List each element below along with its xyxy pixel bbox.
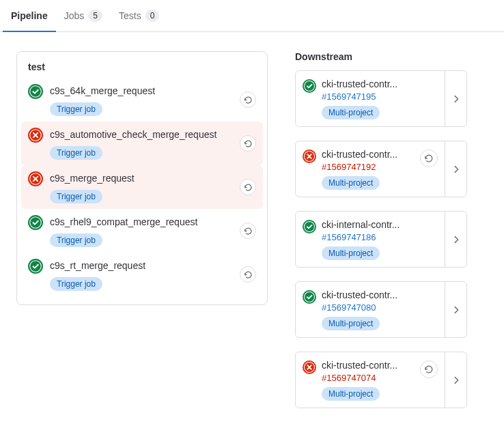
status-passed-icon bbox=[28, 215, 43, 230]
trigger-job-badge: Trigger job bbox=[50, 146, 102, 160]
job-body: c9s_rt_merge_requestTrigger job bbox=[50, 258, 233, 291]
downstream-card: cki-trusted-contr...#1569747192Multi-pro… bbox=[295, 141, 467, 197]
status-failed-icon bbox=[28, 171, 43, 186]
downstream-pipeline-id[interactable]: #1569747192 bbox=[322, 162, 415, 172]
trigger-job-badge: Trigger job bbox=[50, 102, 102, 116]
downstream-card: cki-trusted-contr...#1569747195Multi-pro… bbox=[295, 70, 467, 127]
downstream-name: cki-internal-contr... bbox=[322, 218, 438, 231]
pipeline-content: test c9s_64k_merge_requestTrigger jobc9s… bbox=[0, 32, 504, 441]
job-name: c9s_merge_request bbox=[50, 171, 233, 185]
job-name: c9s_automotive_check_merge_request bbox=[50, 127, 233, 141]
downstream-card: cki-trusted-contr...#1569747080Multi-pro… bbox=[295, 281, 467, 338]
downstream-main[interactable]: cki-trusted-contr...#1569747195Multi-pro… bbox=[296, 71, 445, 126]
retry-button[interactable] bbox=[240, 266, 256, 283]
downstream-main[interactable]: cki-internal-contr...#1569747186Multi-pr… bbox=[296, 212, 445, 267]
expand-button[interactable] bbox=[445, 71, 466, 126]
status-passed-icon bbox=[303, 220, 316, 233]
tab-jobs[interactable]: Jobs5 bbox=[56, 0, 111, 31]
multi-project-badge: Multi-project bbox=[322, 387, 380, 401]
downstream-main[interactable]: cki-trusted-contr...#1569747192Multi-pro… bbox=[296, 141, 445, 197]
trigger-job-badge: Trigger job bbox=[50, 190, 102, 203]
stage-title: test bbox=[17, 52, 267, 75]
downstream-body: cki-trusted-contr...#1569747074Multi-pro… bbox=[322, 359, 415, 401]
status-passed-icon bbox=[28, 84, 43, 99]
job-item[interactable]: c9s_merge_requestTrigger job bbox=[21, 165, 263, 209]
status-failed-icon bbox=[303, 360, 316, 374]
tab-pipeline[interactable]: Pipeline bbox=[3, 0, 56, 31]
expand-button[interactable] bbox=[445, 352, 466, 408]
downstream-pipeline-id[interactable]: #1569747195 bbox=[322, 91, 438, 102]
downstream-body: cki-internal-contr...#1569747186Multi-pr… bbox=[322, 218, 438, 260]
retry-button[interactable] bbox=[240, 179, 256, 195]
downstream-pipeline-id[interactable]: #1569747186 bbox=[322, 232, 438, 242]
retry-button[interactable] bbox=[240, 91, 256, 108]
job-item[interactable]: c9s_rhel9_compat_merge_requestTrigger jo… bbox=[21, 209, 263, 253]
status-passed-icon bbox=[303, 79, 316, 93]
chevron-right-icon bbox=[451, 165, 461, 174]
downstream-card: cki-internal-contr...#1569747186Multi-pr… bbox=[295, 211, 467, 268]
job-item[interactable]: c9s_automotive_check_merge_requestTrigge… bbox=[21, 122, 263, 165]
chevron-right-icon bbox=[451, 375, 461, 385]
retry-button[interactable] bbox=[240, 223, 256, 239]
status-failed-icon bbox=[303, 150, 316, 163]
job-body: c9s_automotive_check_merge_requestTrigge… bbox=[50, 127, 233, 160]
expand-button[interactable] bbox=[445, 282, 466, 337]
downstream-name: cki-trusted-contr... bbox=[322, 78, 438, 90]
downstream-name: cki-trusted-contr... bbox=[322, 359, 415, 371]
downstream-body: cki-trusted-contr...#1569747192Multi-pro… bbox=[322, 148, 415, 190]
tab-label: Pipeline bbox=[11, 10, 48, 21]
downstream-main[interactable]: cki-trusted-contr...#1569747080Multi-pro… bbox=[296, 282, 445, 337]
job-body: c9s_rhel9_compat_merge_requestTrigger jo… bbox=[50, 214, 233, 247]
tab-count-badge: 0 bbox=[145, 10, 160, 22]
status-passed-icon bbox=[28, 259, 43, 274]
job-item[interactable]: c9s_64k_merge_requestTrigger job bbox=[21, 78, 263, 122]
retry-button[interactable] bbox=[420, 150, 438, 167]
multi-project-badge: Multi-project bbox=[322, 246, 380, 260]
downstream-name: cki-trusted-contr... bbox=[322, 289, 438, 301]
multi-project-badge: Multi-project bbox=[322, 317, 380, 330]
job-item[interactable]: c9s_rt_merge_requestTrigger job bbox=[21, 253, 263, 296]
job-name: c9s_rhel9_compat_merge_request bbox=[50, 214, 233, 229]
downstream-card: cki-trusted-contr...#1569747074Multi-pro… bbox=[295, 352, 467, 408]
tab-label: Tests bbox=[119, 10, 141, 21]
multi-project-badge: Multi-project bbox=[322, 176, 380, 190]
chevron-right-icon bbox=[451, 94, 461, 104]
job-body: c9s_merge_requestTrigger job bbox=[50, 171, 233, 203]
job-name: c9s_rt_merge_request bbox=[50, 258, 233, 272]
tab-label: Jobs bbox=[64, 10, 85, 21]
retry-button[interactable] bbox=[240, 135, 256, 152]
expand-button[interactable] bbox=[445, 141, 466, 197]
downstream-column: Downstream cki-trusted-contr...#15697471… bbox=[295, 51, 467, 422]
chevron-right-icon bbox=[451, 305, 461, 315]
downstream-body: cki-trusted-contr...#1569747195Multi-pro… bbox=[322, 78, 438, 119]
status-passed-icon bbox=[303, 290, 316, 304]
downstream-main[interactable]: cki-trusted-contr...#1569747074Multi-pro… bbox=[296, 352, 445, 408]
stage-card-test: test c9s_64k_merge_requestTrigger jobc9s… bbox=[16, 51, 268, 305]
downstream-pipeline-id[interactable]: #1569747074 bbox=[322, 373, 415, 383]
downstream-title: Downstream bbox=[295, 51, 467, 62]
tab-tests[interactable]: Tests0 bbox=[111, 0, 167, 31]
job-name: c9s_64k_merge_request bbox=[50, 83, 233, 98]
tabs-bar: PipelineJobs5Tests0 bbox=[0, 0, 504, 32]
retry-button[interactable] bbox=[420, 360, 438, 378]
downstream-body: cki-trusted-contr...#1569747080Multi-pro… bbox=[322, 289, 438, 330]
trigger-job-badge: Trigger job bbox=[50, 277, 102, 291]
expand-button[interactable] bbox=[445, 212, 466, 267]
trigger-job-badge: Trigger job bbox=[50, 233, 102, 247]
job-body: c9s_64k_merge_requestTrigger job bbox=[50, 83, 233, 116]
multi-project-badge: Multi-project bbox=[322, 106, 380, 119]
downstream-list: cki-trusted-contr...#1569747195Multi-pro… bbox=[295, 70, 467, 408]
tab-count-badge: 5 bbox=[88, 10, 102, 22]
chevron-right-icon bbox=[451, 235, 461, 244]
status-failed-icon bbox=[28, 128, 43, 143]
downstream-name: cki-trusted-contr... bbox=[322, 148, 415, 160]
job-list: c9s_64k_merge_requestTrigger jobc9s_auto… bbox=[17, 75, 267, 299]
downstream-pipeline-id[interactable]: #1569747080 bbox=[322, 302, 438, 313]
